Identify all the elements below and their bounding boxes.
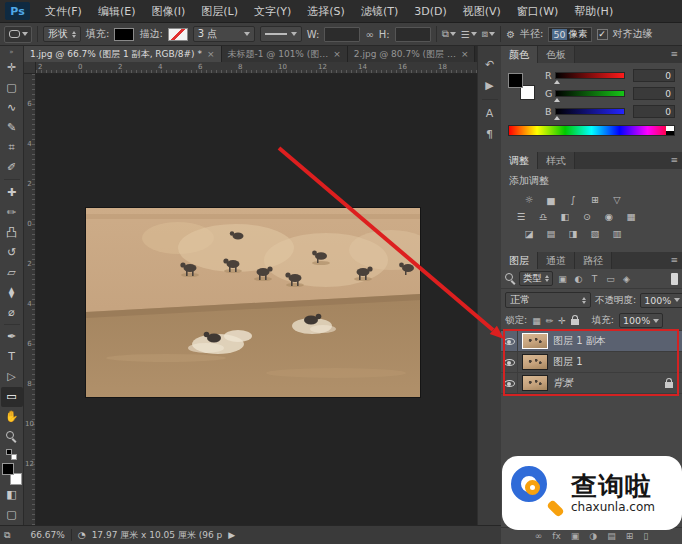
- close-icon[interactable]: ×: [207, 49, 215, 59]
- fill-input[interactable]: 100%: [619, 313, 663, 328]
- gear-icon[interactable]: ⚙: [506, 29, 515, 40]
- workspace-icon[interactable]: ⧉: [4, 530, 10, 541]
- pen-tool[interactable]: ✒: [1, 327, 23, 347]
- adj-invert-icon[interactable]: ◪: [521, 227, 537, 240]
- blur-tool[interactable]: ⧫: [1, 282, 23, 302]
- filter-adjustment-icon[interactable]: ◐: [572, 274, 585, 284]
- path-selection-tool[interactable]: ▷: [1, 367, 23, 387]
- tool-preset-picker[interactable]: [4, 26, 32, 43]
- path-operations-button[interactable]: ⧉: [442, 28, 456, 40]
- menu-filter[interactable]: 滤镜(T): [353, 0, 406, 22]
- menu-edit[interactable]: 编辑(E): [90, 0, 144, 22]
- filter-toggle-switch[interactable]: [671, 273, 678, 285]
- layer-thumbnail[interactable]: [522, 333, 548, 349]
- align-edges-checkbox[interactable]: ✓: [597, 29, 608, 40]
- stroke-color-swatch[interactable]: [168, 28, 188, 41]
- panel-menu-icon[interactable]: ≡: [670, 155, 678, 165]
- history-brush-tool[interactable]: ↺: [1, 242, 23, 262]
- red-value-input[interactable]: 0: [633, 69, 675, 82]
- screen-mode-button[interactable]: ▢: [1, 505, 23, 525]
- delete-layer-icon[interactable]: ▯: [643, 531, 648, 541]
- adj-photo-filter-icon[interactable]: ⊙: [579, 210, 595, 223]
- close-icon[interactable]: ×: [461, 49, 469, 59]
- menu-help[interactable]: 帮助(H): [566, 0, 621, 22]
- crop-tool[interactable]: ⌗: [1, 137, 23, 157]
- panel-menu-icon[interactable]: ≡: [670, 255, 678, 265]
- stroke-width-select[interactable]: 3 点: [193, 26, 255, 42]
- document-tab-2[interactable]: 未标题-1 @ 101% (图… ×: [222, 46, 348, 62]
- opacity-input[interactable]: 100%: [640, 293, 682, 308]
- eyedropper-tool[interactable]: ✐: [1, 157, 23, 177]
- adj-gradient-map-icon[interactable]: ▥: [609, 227, 625, 240]
- actions-panel-icon[interactable]: ▶: [479, 75, 501, 96]
- layer-row-layer1-copy[interactable]: 图层 1 副本: [501, 331, 682, 352]
- zoom-tool[interactable]: [1, 427, 23, 447]
- menu-window[interactable]: 窗口(W): [509, 0, 566, 22]
- visibility-toggle[interactable]: [501, 352, 518, 372]
- blend-mode-select[interactable]: 正常: [505, 292, 591, 308]
- height-input[interactable]: [395, 27, 431, 42]
- filter-type-icon[interactable]: T: [588, 274, 601, 284]
- document-tab-1[interactable]: 1.jpg @ 66.7% (图层 1 副本, RGB/8#) * ×: [24, 46, 222, 62]
- tool-mode-select[interactable]: 形状: [43, 26, 81, 42]
- menu-type[interactable]: 文字(Y): [246, 0, 299, 22]
- zoom-level-input[interactable]: 66.67%: [30, 530, 64, 540]
- tab-layers[interactable]: 图层: [501, 252, 538, 269]
- adj-brightness-contrast-icon[interactable]: ☼: [521, 193, 537, 206]
- adj-levels-icon[interactable]: ▅: [543, 193, 559, 206]
- layer-style-icon[interactable]: fx: [552, 531, 561, 541]
- slider-thumb-icon[interactable]: [554, 98, 560, 102]
- width-input[interactable]: [324, 27, 360, 42]
- canvas-image[interactable]: [86, 208, 420, 397]
- green-value-input[interactable]: 0: [633, 87, 675, 100]
- ruler-corner[interactable]: [24, 62, 36, 74]
- quick-selection-tool[interactable]: ✎: [1, 117, 23, 137]
- tab-styles[interactable]: 样式: [538, 152, 575, 169]
- panel-menu-icon[interactable]: ≡: [670, 49, 678, 59]
- foreground-color-swatch[interactable]: [508, 73, 523, 88]
- layer-mask-icon[interactable]: ▣: [571, 531, 580, 541]
- tab-paths[interactable]: 路径: [575, 252, 612, 269]
- layer-name[interactable]: 背景: [553, 376, 573, 390]
- menu-view[interactable]: 视图(V): [455, 0, 509, 22]
- filter-kind-select[interactable]: 类型: [519, 271, 553, 286]
- default-colors-icon[interactable]: [6, 449, 17, 460]
- lock-transparent-icon[interactable]: ▦: [532, 316, 541, 326]
- link-dimensions-icon[interactable]: ∞: [365, 29, 373, 40]
- menu-layer[interactable]: 图层(L): [193, 0, 246, 22]
- adj-posterize-icon[interactable]: ▤: [543, 227, 559, 240]
- adj-color-lookup-icon[interactable]: ▦: [623, 210, 639, 223]
- visibility-toggle[interactable]: [501, 331, 518, 351]
- adj-channel-mixer-icon[interactable]: ◉: [601, 210, 617, 223]
- menu-image[interactable]: 图像(I): [143, 0, 193, 22]
- layer-group-icon[interactable]: ▤: [607, 531, 616, 541]
- path-arrange-button[interactable]: ⧈: [482, 28, 495, 40]
- foreground-background-swatches[interactable]: [2, 463, 22, 485]
- menu-3d[interactable]: 3D(D): [406, 0, 455, 22]
- menu-select[interactable]: 选择(S): [299, 0, 353, 22]
- fill-color-swatch[interactable]: [114, 28, 134, 41]
- layer-name[interactable]: 图层 1 副本: [553, 334, 606, 348]
- history-panel-icon[interactable]: ↶: [479, 54, 501, 75]
- brush-tool[interactable]: ✏: [1, 202, 23, 222]
- eraser-tool[interactable]: ▱: [1, 262, 23, 282]
- adj-color-balance-icon[interactable]: ♎: [535, 210, 551, 223]
- tab-color[interactable]: 颜色: [501, 46, 538, 63]
- lock-position-icon[interactable]: ✛: [558, 316, 566, 326]
- toolbar-collapse-button[interactable]: »: [9, 46, 13, 57]
- filter-smart-icon[interactable]: ◈: [620, 274, 633, 284]
- adj-black-white-icon[interactable]: ◧: [557, 210, 573, 223]
- path-align-button[interactable]: ☰: [461, 29, 477, 40]
- lock-pixels-icon[interactable]: ✏: [546, 316, 554, 326]
- marquee-tool[interactable]: ▢: [1, 77, 23, 97]
- filter-pixel-icon[interactable]: ▣: [556, 274, 569, 284]
- lasso-tool[interactable]: ∿: [1, 97, 23, 117]
- link-layers-icon[interactable]: ∞: [535, 531, 543, 541]
- adj-hue-saturation-icon[interactable]: ☰: [513, 210, 529, 223]
- close-icon[interactable]: ×: [333, 49, 341, 59]
- blue-slider[interactable]: [555, 108, 625, 115]
- quick-mask-button[interactable]: ◧: [1, 485, 23, 505]
- stroke-style-select[interactable]: [260, 26, 302, 42]
- adj-vibrance-icon[interactable]: ▽: [609, 193, 625, 206]
- dodge-tool[interactable]: ⌀: [1, 302, 23, 322]
